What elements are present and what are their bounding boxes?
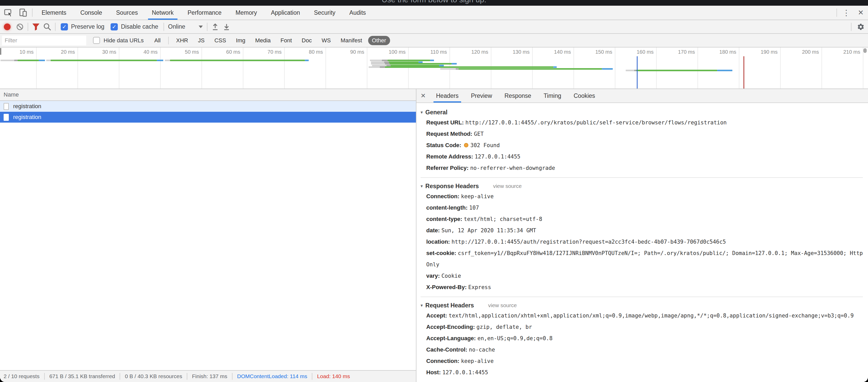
timeline-gridline	[284, 47, 285, 89]
tab-network[interactable]: Network	[145, 6, 181, 20]
network-overview[interactable]: 10 ms20 ms30 ms40 ms50 ms60 ms70 ms80 ms…	[0, 47, 868, 89]
header-name: Remote Address:	[426, 153, 474, 160]
tab-elements[interactable]: Elements	[35, 6, 73, 20]
header-item: Cache-Control: no-cache	[421, 344, 863, 355]
devtools-menu-icon[interactable]: ⋮	[839, 6, 854, 20]
record-network-log-button[interactable]	[4, 24, 10, 30]
disable-cache-label: Disable cache	[121, 23, 158, 30]
detail-tab-timing[interactable]: Timing	[537, 89, 567, 102]
timeline-tick-label: 50 ms	[163, 49, 199, 55]
close-devtools-icon[interactable]: ✕	[854, 6, 868, 20]
timeline-gridline	[739, 47, 739, 89]
waterfall-bar-segment	[14, 60, 18, 61]
timeline-tick-label: 170 ms	[659, 49, 695, 55]
tab-performance[interactable]: Performance	[181, 6, 228, 20]
disclosure-triangle-icon: ▾	[421, 303, 423, 308]
timeline-tick-label: 40 ms	[121, 49, 158, 55]
section-header[interactable]: ▾Response Headersview source	[421, 181, 863, 191]
header-item: Host: 127.0.0.1:4455	[421, 367, 863, 378]
divider	[55, 23, 56, 31]
filter-pill-other[interactable]: Other	[368, 36, 390, 45]
export-har-icon[interactable]	[221, 21, 232, 33]
tab-security[interactable]: Security	[307, 6, 342, 20]
preserve-log-toggle[interactable]: ✓ Preserve log	[61, 23, 104, 30]
header-value: no-referrer-when-downgrade	[470, 165, 555, 171]
detail-tab-response[interactable]: Response	[498, 89, 537, 102]
hide-data-urls-checkbox[interactable]	[93, 37, 100, 44]
filter-pill-doc[interactable]: Doc	[298, 36, 316, 45]
timeline-tick-label: 60 ms	[204, 49, 240, 55]
search-icon[interactable]	[41, 21, 53, 33]
timeline-gridline	[367, 47, 367, 89]
filter-icon[interactable]	[30, 21, 41, 33]
filter-pill-all[interactable]: All	[150, 36, 164, 45]
timeline-tick-label: 190 ms	[741, 49, 778, 55]
waterfall-bar-segment	[18, 60, 39, 61]
tab-application[interactable]: Application	[264, 6, 307, 20]
filter-pill-img[interactable]: Img	[232, 36, 249, 45]
request-row[interactable]: registration	[0, 101, 416, 112]
filter-pill-media[interactable]: Media	[251, 36, 275, 45]
summary-segment: 671 B / 35.1 KB transferred	[45, 373, 120, 379]
clear-icon[interactable]	[14, 21, 26, 33]
waterfall-bar-segment	[371, 63, 385, 65]
filter-pill-manifest[interactable]: Manifest	[337, 36, 366, 45]
waterfall-bar-segment	[626, 70, 634, 71]
header-item: Referrer Policy: no-referrer-when-downgr…	[421, 162, 863, 174]
waterfall-bar-segment	[385, 63, 390, 65]
disclosure-triangle-icon: ▾	[421, 110, 423, 115]
section-header[interactable]: ▾Request Headersview source	[421, 301, 863, 310]
timeline-tick-label: 210 ms	[824, 49, 860, 55]
tab-audits[interactable]: Audits	[342, 6, 373, 20]
summary-segment: 0 B / 40.3 KB resources	[120, 373, 187, 379]
timeline-gridline	[160, 47, 161, 89]
settings-gear-icon[interactable]	[854, 20, 868, 34]
close-detail-icon[interactable]: ✕	[416, 89, 430, 102]
header-value: 127.0.0.1:4455	[442, 369, 488, 376]
inspect-element-icon[interactable]	[2, 6, 15, 20]
header-item: Accept-Language: en,en-US;q=0.9,de;q=0.8	[421, 333, 863, 344]
waterfall-bar-segment	[51, 60, 157, 61]
waterfall-bar-segment	[170, 60, 305, 61]
divider	[28, 23, 28, 31]
name-column-header[interactable]: Name	[0, 89, 416, 101]
headers-panel: ▾GeneralRequest URL: http://127.0.0.1:44…	[416, 103, 868, 382]
detail-tab-headers[interactable]: Headers	[430, 89, 465, 102]
timeline-tick-label: 10 ms	[0, 49, 34, 55]
view-source-link[interactable]: view source	[488, 302, 517, 308]
filter-pill-ws[interactable]: WS	[318, 36, 335, 45]
detail-tab-cookies[interactable]: Cookies	[567, 89, 601, 102]
tab-sources[interactable]: Sources	[109, 6, 145, 20]
header-value: GET	[474, 131, 484, 137]
section-header[interactable]: ▾General	[421, 108, 863, 117]
document-icon	[4, 114, 9, 121]
tab-memory[interactable]: Memory	[228, 6, 264, 20]
timeline-gridline	[78, 47, 78, 89]
devtools-tabbar: ElementsConsoleSourcesNetworkPerformance…	[0, 6, 868, 20]
filter-pill-font[interactable]: Font	[277, 36, 296, 45]
filter-pill-xhr[interactable]: XHR	[172, 36, 192, 45]
timeline-gridline	[202, 47, 202, 89]
disable-cache-toggle[interactable]: ✓ Disable cache	[111, 23, 158, 30]
filter-input[interactable]	[2, 36, 86, 45]
timeline-tick-label: 100 ms	[369, 49, 406, 55]
header-name: Request Method:	[426, 131, 474, 137]
header-item: vary: Cookie	[421, 270, 863, 282]
main-tabs: ElementsConsoleSourcesNetworkPerformance…	[35, 6, 373, 20]
throttling-value: Online	[168, 23, 185, 30]
throttling-dropdown[interactable]: Online	[168, 23, 203, 30]
tab-console[interactable]: Console	[73, 6, 109, 20]
preserve-log-checkbox[interactable]: ✓	[61, 23, 68, 30]
view-source-link[interactable]: view source	[493, 183, 522, 189]
disable-cache-checkbox[interactable]: ✓	[111, 23, 118, 30]
timeline-tick-label: 200 ms	[783, 49, 819, 55]
import-har-icon[interactable]	[210, 21, 221, 33]
waterfall-bar-segment	[440, 68, 456, 70]
filter-pill-js[interactable]: JS	[194, 36, 209, 45]
request-row[interactable]: registration	[0, 112, 416, 123]
detail-tab-preview[interactable]: Preview	[465, 89, 498, 102]
header-name: content-type:	[426, 216, 464, 222]
filter-pill-css[interactable]: CSS	[211, 36, 230, 45]
overview-scrollbar-thumb[interactable]	[863, 48, 867, 53]
device-toolbar-icon[interactable]	[17, 6, 30, 20]
